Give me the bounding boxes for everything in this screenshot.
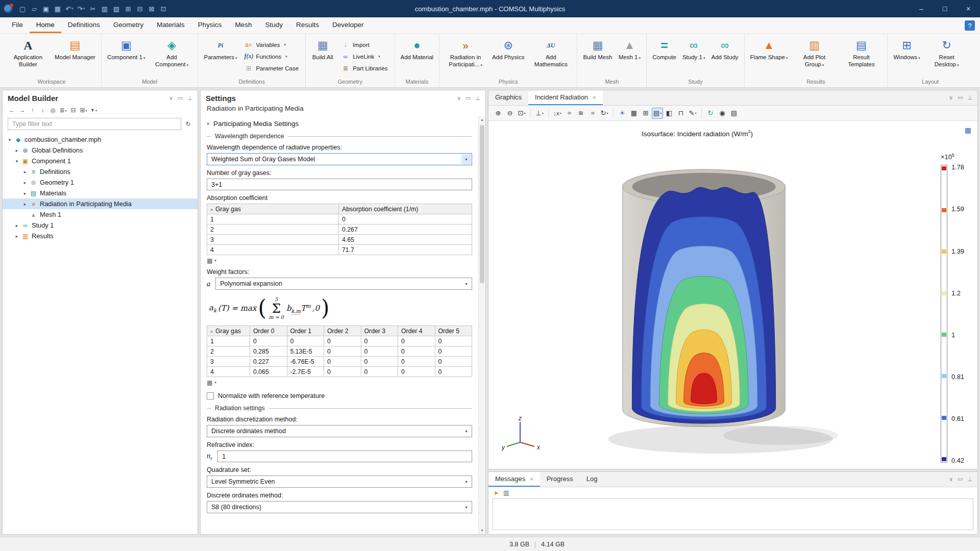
table-cell[interactable]: 4.65 (339, 235, 472, 245)
table-cell[interactable]: 0 (398, 346, 435, 357)
table-cell[interactable]: 1 (207, 214, 339, 224)
quadrature-set-select[interactable]: Level Symmetric Even▾ (207, 475, 472, 488)
build-mesh-button[interactable]: ▦Build Mesh (580, 36, 615, 78)
messages-content[interactable] (493, 498, 973, 530)
windows-button[interactable]: ⊞Windows▾ (890, 36, 923, 78)
transparency-icon[interactable]: ◧ (664, 108, 675, 119)
expander-icon[interactable]: ▸ (13, 148, 21, 153)
add-physics-button[interactable]: ⊛Add Physics (489, 36, 527, 78)
table-cell[interactable]: 0 (287, 336, 324, 346)
result-templates-button[interactable]: ▤Result Templates (838, 36, 885, 78)
expand-all-icon[interactable]: ⊞▾ (79, 106, 88, 115)
refractive-index-input[interactable]: 1 (217, 450, 472, 462)
move-up-icon[interactable]: ↑ (28, 106, 37, 115)
gray-gases-input[interactable]: 3+1 (207, 179, 472, 190)
filter-input[interactable] (8, 118, 181, 130)
snapshot-icon[interactable]: ◉ (717, 108, 728, 119)
table-insert-icon[interactable]: ⊞ (122, 3, 134, 15)
menu-item-definitions[interactable]: Definitions (61, 17, 107, 33)
pointer-icon[interactable]: ► (494, 489, 500, 496)
menu-item-developer[interactable]: Developer (326, 17, 371, 33)
table-cell[interactable]: 3 (207, 235, 339, 245)
panel-menu-icon[interactable]: ∨ (949, 94, 953, 101)
scrollbar-thumb[interactable] (480, 125, 484, 283)
table-tools-icon[interactable]: ▦ (207, 379, 212, 386)
zoom-extents-icon[interactable]: ⊡▾ (516, 108, 527, 119)
float-panel-icon[interactable]: ▭ (958, 94, 963, 101)
panel-menu-icon[interactable]: ∨ (169, 95, 173, 102)
table-cell[interactable]: 71.7 (339, 245, 472, 255)
cut-icon[interactable]: ✂ (87, 3, 99, 15)
expander-icon[interactable]: ▾ (13, 159, 21, 164)
close-button[interactable]: × (957, 0, 980, 17)
menu-item-mesh[interactable]: Mesh (228, 17, 258, 33)
tree-item-definitions[interactable]: ▸≡Definitions (3, 166, 198, 177)
new-file-icon[interactable]: ▢ (17, 3, 28, 15)
build-all-button[interactable]: ▦Build All (308, 36, 337, 78)
collapse-all-icon[interactable]: ⊟ (69, 106, 78, 115)
livelink-button[interactable]: ∞LiveLink▾ (339, 52, 389, 61)
copy-log-icon[interactable]: ▥ (503, 489, 509, 496)
import-button[interactable]: ↓Import (339, 40, 389, 49)
tab-log[interactable]: Log (580, 472, 604, 487)
table-cell[interactable]: 2 (207, 346, 250, 357)
table-cell[interactable]: 0 (435, 346, 472, 357)
table-cell[interactable]: 0.227 (250, 357, 287, 367)
expander-icon[interactable]: ▸ (13, 234, 21, 239)
table-cell[interactable]: 0 (361, 367, 398, 377)
maximize-button[interactable]: □ (933, 0, 957, 17)
menu-item-file[interactable]: File (5, 17, 30, 33)
node-text-icon[interactable]: ≣▾ (59, 106, 67, 115)
graphics-canvas[interactable]: Isosurface: Incident radiation (W/m2) ▦ (488, 121, 977, 469)
menu-item-physics[interactable]: Physics (191, 17, 229, 33)
tree-item-results[interactable]: ▸▥Results (3, 231, 198, 241)
pin-panel-icon[interactable]: ⊥ (475, 95, 480, 102)
table-cell[interactable]: 0 (398, 336, 435, 346)
tab-graphics[interactable]: Graphics (488, 90, 528, 105)
panel-menu-icon[interactable]: ∨ (949, 476, 953, 483)
add-study-button[interactable]: ∞Add Study (708, 36, 741, 78)
redo-icon[interactable]: ↷▾ (76, 3, 87, 15)
menu-item-study[interactable]: Study (258, 17, 289, 33)
table-cell[interactable]: 0 (324, 346, 361, 357)
application-builder-button[interactable]: AApplication Builder (5, 36, 52, 78)
table-cell[interactable]: 1 (207, 336, 250, 346)
reset-desktop-button[interactable]: ↻Reset Desktop▾ (923, 36, 970, 78)
flame-shape-button[interactable]: ▲Flame Shape▾ (747, 36, 791, 78)
table-cell[interactable]: 0 (361, 357, 398, 367)
menu-item-geometry[interactable]: Geometry (107, 17, 150, 33)
expander-icon[interactable]: ▾ (6, 137, 14, 142)
table-cell[interactable]: 0 (324, 357, 361, 367)
float-panel-icon[interactable]: ▭ (465, 95, 471, 102)
table-cell[interactable]: 0 (250, 336, 287, 346)
table-cell[interactable]: 0 (435, 336, 472, 346)
table-cell[interactable]: 0 (398, 367, 435, 377)
expander-icon[interactable]: ▸ (13, 223, 21, 228)
variables-button[interactable]: a=Variables▾ (242, 40, 301, 49)
normalize-checkbox[interactable] (207, 392, 214, 399)
evaluate-point-icon[interactable]: ≈ (587, 108, 598, 119)
settings-scrollbar[interactable]: ▴ ▾ (478, 116, 485, 534)
table-cell[interactable]: 0 (435, 357, 472, 367)
pin-panel-icon[interactable]: ⊥ (967, 476, 972, 483)
functions-button[interactable]: f(x)Functions▾ (242, 52, 301, 61)
part-libraries-button[interactable]: ≣Part Libraries (339, 63, 389, 73)
close-tab-icon[interactable]: × (530, 476, 533, 482)
table-cell[interactable]: 0 (361, 336, 398, 346)
update-plot-icon[interactable]: ↻ (705, 108, 716, 119)
isosurface-scene[interactable] (551, 142, 857, 459)
save-as-icon[interactable]: ▦ (52, 3, 63, 15)
table-cell[interactable]: -6.76E-5 (287, 357, 324, 367)
tree-item-geometry-1[interactable]: ▸⊚Geometry 1 (3, 177, 198, 188)
radiation-node-button[interactable]: »Radiation in Participati...▾ (442, 36, 489, 78)
tree-item-materials[interactable]: ▸▤Materials (3, 188, 198, 198)
delete-icon[interactable]: ⊠ (146, 3, 157, 15)
tree-item-root[interactable]: ▾◆combustion_chamber.mph (3, 134, 198, 145)
menu-item-materials[interactable]: Materials (150, 17, 191, 33)
wavelength-dependence-select[interactable]: Weighted Sum of Gray Gases Model▾ (207, 153, 472, 165)
filter-icon[interactable]: ▼▾ (89, 106, 98, 115)
color-picker-icon[interactable]: ✎▾ (687, 108, 698, 119)
menu-item-home[interactable]: Home (30, 17, 61, 33)
table-cell[interactable]: 0.285 (250, 346, 287, 357)
weight-factors-select[interactable]: Polynomial expansion▾ (215, 278, 472, 290)
